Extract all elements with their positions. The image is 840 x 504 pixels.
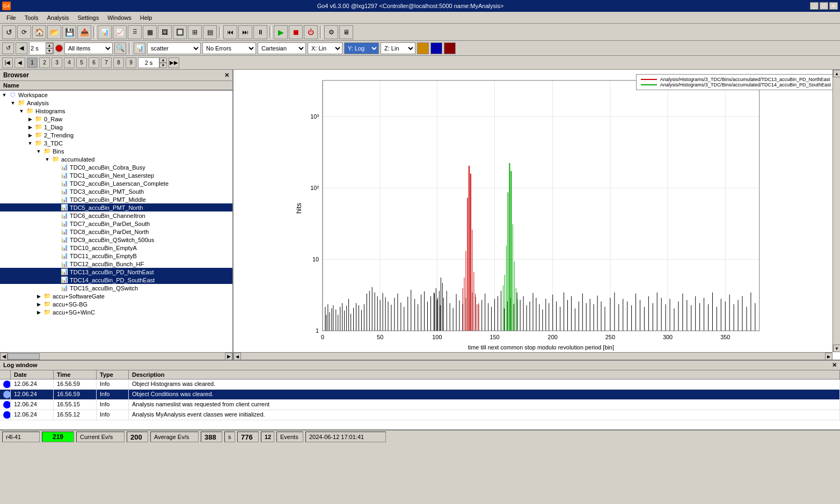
expand-1diag[interactable]: ▶ <box>26 125 34 130</box>
toolbar-bar-chart-btn[interactable]: 📊 <box>98 25 112 39</box>
toolbar-settings-btn[interactable]: ⚙ <box>324 25 338 39</box>
toolbar-save-btn[interactable]: 💾 <box>62 25 76 39</box>
expand-histograms[interactable]: ▼ <box>17 108 26 114</box>
tree-item-tdc9[interactable]: 📊 TDC9_accuBin_QSwitch_500us <box>0 236 232 244</box>
step-spin-up[interactable]: ▲ <box>159 57 167 63</box>
tree-item-tdc10[interactable]: 📊 TDC10_accuBin_EmptyA <box>0 244 232 252</box>
errors-dropdown[interactable]: No Errors <box>202 42 256 54</box>
page-btn-5[interactable]: 5 <box>76 57 87 68</box>
tree-item-tdc2[interactable]: 📊 TDC2_accuBin_Laserscan_Complete <box>0 179 232 187</box>
expand-accu-sg-bg[interactable]: ▶ <box>34 302 43 307</box>
tree-item-tdc13[interactable]: 📊 TDC13_accuBin_PD_NorthEast <box>0 268 232 276</box>
browser-close-btn[interactable]: ✕ <box>224 72 229 79</box>
toolbar-layout-btn[interactable]: ▤ <box>203 25 217 39</box>
z-axis-dropdown[interactable]: Z: Lin <box>381 42 415 54</box>
toolbar-canvas-btn[interactable]: 🖼 <box>158 25 172 39</box>
menu-windows[interactable]: Windows <box>103 13 136 22</box>
expand-accu-sg[interactable]: ▶ <box>34 294 43 299</box>
toolbar3-first-btn[interactable]: |◀ <box>2 57 13 68</box>
menu-settings[interactable]: Settings <box>73 13 103 22</box>
toolbar2-refresh-btn[interactable]: ↺ <box>2 42 14 54</box>
tree-item-histograms[interactable]: ▼ 📁 Histograms <box>0 107 232 115</box>
tree-item-tdc1[interactable]: 📊 TDC1_accuBin_Next_Laserstep <box>0 171 232 179</box>
hscroll-thumb[interactable] <box>8 353 40 360</box>
toolbar2-search-btn[interactable]: 🔍 <box>114 42 126 54</box>
expand-analysis[interactable]: ▼ <box>9 100 17 106</box>
minimize-button[interactable]: _ <box>810 2 819 10</box>
toolbar-back-btn[interactable]: ↺ <box>2 25 16 39</box>
step-input[interactable] <box>138 57 159 68</box>
toolbar-stop-btn[interactable]: ⏹ <box>289 25 303 39</box>
tree-item-tdc8[interactable]: 📊 TDC8_accuBin_ParDet_North <box>0 228 232 236</box>
menu-help[interactable]: Help <box>136 13 157 22</box>
tree-item-tdc4[interactable]: 📊 TDC4_accuBin_PMT_Middle <box>0 195 232 203</box>
tree-item-tdc6[interactable]: 📊 TDC6_accuBin_ChanneItron <box>0 211 232 220</box>
page-btn-2[interactable]: 2 <box>39 57 50 68</box>
hscroll-left-btn[interactable]: ◀ <box>0 353 8 360</box>
page-btn-1[interactable]: 1 <box>27 57 38 68</box>
expand-accu-sg-winc[interactable]: ▶ <box>34 310 43 315</box>
tree-item-tdc3[interactable]: 📊 TDC3_accuBin_PMT_South <box>0 187 232 195</box>
page-btn-3[interactable]: 3 <box>52 57 62 68</box>
tree-item-workspace[interactable]: ▼ ⬡ Workspace <box>0 91 232 99</box>
page-btn-6[interactable]: 6 <box>89 57 99 68</box>
tree-item-tdc0[interactable]: 📊 TDC0_accuBin_Cobra_Busy <box>0 163 232 171</box>
tree-item-tdc14[interactable]: 📊 TDC14_accuBin_PD_SouthEast <box>0 276 232 284</box>
toolbar2-color-btn3[interactable] <box>444 42 456 54</box>
tree-item-2trending[interactable]: ▶ 📁 2_Trending <box>0 131 232 139</box>
toolbar-line-chart-btn[interactable]: 📈 <box>113 25 127 39</box>
toolbar-step-btn[interactable]: ⏭ <box>238 25 252 39</box>
tree-item-tdc15[interactable]: 📊 TDC15_accuBin_QSwitch <box>0 284 232 292</box>
browser-hscroll[interactable]: ◀ ▶ <box>0 352 232 360</box>
toolbar-home-btn[interactable]: 🏠 <box>32 25 46 39</box>
scatter-dropdown[interactable]: scatter <box>147 42 201 54</box>
menu-analysis[interactable]: Analysis <box>42 13 73 22</box>
x-axis-dropdown[interactable]: X: Lin <box>308 42 342 54</box>
toolbar-step-back-btn[interactable]: ⏮ <box>223 25 237 39</box>
toolbar-play-btn[interactable]: ▶ <box>274 25 288 39</box>
expand-3tdc[interactable]: ▼ <box>26 141 34 146</box>
chart-hscroll-right[interactable]: ▶ <box>825 353 832 360</box>
tree-item-tdc11[interactable]: 📊 TDC11_accuBin_EmptyB <box>0 252 232 260</box>
step-spin-down[interactable]: ▼ <box>159 63 167 68</box>
toolbar-scatter-btn[interactable]: ⠿ <box>128 25 142 39</box>
chart-vscroll[interactable]: ▲ ▼ <box>832 70 840 352</box>
log-row-3[interactable]: 12.06.24 16.55.15 Info Analysis nameslis… <box>0 400 840 410</box>
toolbar-export-btn[interactable]: 📤 <box>77 25 91 39</box>
toolbar2-color-btn1[interactable] <box>417 42 429 54</box>
y-axis-dropdown[interactable]: Y: Log <box>344 42 379 54</box>
toolbar-view-btn[interactable]: 🔲 <box>173 25 187 39</box>
expand-0raw[interactable]: ▶ <box>26 116 34 122</box>
chart-vscroll-down[interactable]: ▼ <box>833 345 840 352</box>
hscroll-track[interactable] <box>8 353 225 360</box>
expand-accumulated[interactable]: ▼ <box>43 157 52 162</box>
menu-file[interactable]: File <box>2 13 20 22</box>
rate-input[interactable] <box>30 42 46 54</box>
hscroll-right-btn[interactable]: ▶ <box>225 353 232 360</box>
tree-item-accumulated[interactable]: ▼ 📁 accumulated <box>0 155 232 163</box>
maximize-button[interactable]: □ <box>820 2 828 10</box>
toolbar-abort-btn[interactable]: ⏻ <box>304 25 318 39</box>
menu-tools[interactable]: Tools <box>20 13 43 22</box>
toolbar-histo-btn[interactable]: ▦ <box>143 25 157 39</box>
tree-item-analysis[interactable]: ▼ 📁 Analysis <box>0 99 232 107</box>
expand-bins[interactable]: ▼ <box>34 149 43 154</box>
rate-spin-up[interactable]: ▲ <box>46 43 53 48</box>
toolbar-grid-btn[interactable]: ⊞ <box>188 25 202 39</box>
tree-item-accu-sg-winc[interactable]: ▶ 📁 accu+SG+WinC <box>0 308 232 316</box>
toolbar2-color-btn2[interactable] <box>430 42 442 54</box>
coordinates-dropdown[interactable]: Cartesian <box>258 42 306 54</box>
tree-item-tdc12[interactable]: 📊 TDC12_accuBin_Bunch_HF <box>0 260 232 268</box>
chart-vscroll-up[interactable]: ▲ <box>833 70 840 77</box>
page-btn-4[interactable]: 4 <box>64 57 75 68</box>
toolbar-pause-btn[interactable]: ⏸ <box>253 25 267 39</box>
tree-item-tdc7[interactable]: 📊 TDC7_accuBin_ParDet_South <box>0 220 232 228</box>
log-row-1[interactable]: 12.06.24 16.56.59 Info Object Histograms… <box>0 379 840 390</box>
tree-item-tdc5[interactable]: 📊 TDC5_accuBin_PMT_North <box>0 203 232 211</box>
toolbar-forward-btn[interactable]: ⟳ <box>17 25 31 39</box>
toolbar3-next-btn[interactable]: ▶▶ <box>169 57 179 68</box>
toolbar-open-btn[interactable]: 📂 <box>47 25 61 39</box>
page-btn-9[interactable]: 9 <box>126 57 136 68</box>
page-btn-8[interactable]: 8 <box>113 57 124 68</box>
log-row-4[interactable]: 12.06.24 16.55.12 Info Analysis MyAnalys… <box>0 410 840 420</box>
